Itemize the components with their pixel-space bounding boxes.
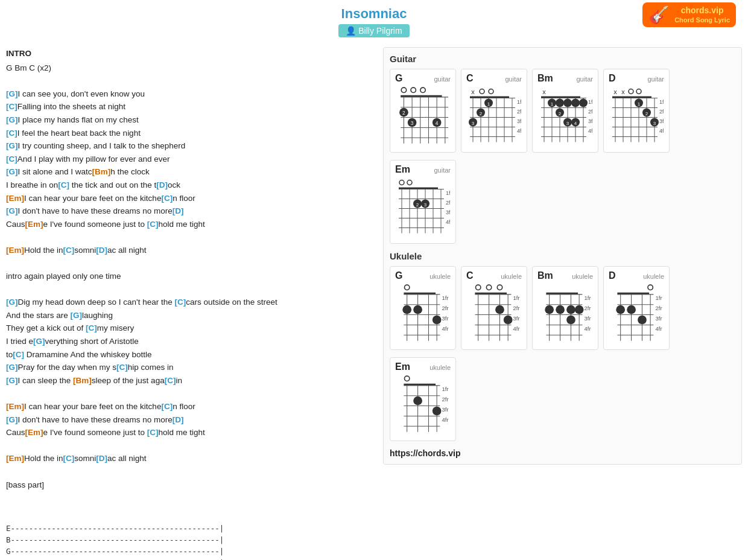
logo: 🎸 chords.vip Chord Song Lyric	[642, 2, 736, 27]
svg-text:3fr: 3fr	[659, 118, 664, 124]
ukulele-chord-row: G ukulele 1	[390, 266, 735, 350]
svg-text:2fr: 2fr	[517, 109, 521, 115]
person-icon: 👤	[346, 26, 358, 36]
svg-text:2fr: 2fr	[656, 305, 662, 311]
chorus1: [Em]Hold the in[C]somni[D]ac all night	[6, 244, 377, 257]
chord-diagram-D-guitar: D guitar x x	[603, 69, 670, 153]
guitar-chord-row: G guitar	[390, 69, 735, 153]
svg-text:1fr: 1fr	[442, 386, 449, 392]
svg-point-81	[629, 89, 633, 94]
svg-text:2: 2	[645, 111, 648, 116]
svg-point-183	[648, 285, 653, 290]
tab-line: E---------------------------------------…	[6, 523, 377, 535]
chords-url[interactable]: https://chords.vip	[390, 448, 735, 458]
svg-point-145	[475, 285, 480, 290]
list-item: [G]I can see you, don't even know you	[6, 88, 377, 101]
list-item: [C]And I play with my pillow for ever an…	[6, 153, 377, 166]
svg-text:x: x	[471, 88, 475, 95]
list-item: [C]I feel the heart beat back the night	[6, 127, 377, 140]
tab-line: D---------------------------------------…	[6, 558, 377, 560]
list-item: to[C] Dramamine And the whiskey bottle	[6, 348, 377, 361]
chord-grid-D-guitar: x x	[609, 86, 664, 147]
svg-text:3fr: 3fr	[517, 118, 521, 124]
svg-point-144	[433, 316, 442, 325]
song-title: Insomniac	[0, 6, 748, 22]
svg-text:1fr: 1fr	[656, 294, 662, 301]
list-item: I breathe in on[C] the tick and out on t…	[6, 179, 377, 192]
svg-text:1fr: 1fr	[588, 99, 592, 105]
chord-diagram-Bm-guitar: Bm guitar x	[532, 69, 598, 153]
svg-point-146	[486, 285, 491, 290]
intro-label: INTRO	[6, 47, 377, 60]
chord-name: C	[466, 73, 474, 84]
header: Insomniac 👤 Billy Pilgrim 🎸 chords.vip C…	[0, 0, 748, 41]
chord-grid-G-ukulele: 1fr 2fr 3fr 4fr	[396, 284, 450, 344]
chord-diagram-C-ukulele: C ukulele	[461, 266, 527, 350]
svg-text:3: 3	[653, 121, 656, 126]
svg-text:2: 2	[416, 202, 419, 208]
svg-text:2fr: 2fr	[446, 200, 450, 206]
svg-point-182	[566, 316, 575, 325]
svg-text:2: 2	[480, 111, 483, 116]
guitar-icon: 🎸	[648, 5, 670, 25]
list-item: I tried e[G]verything short of Aristotle	[6, 335, 377, 348]
svg-text:3fr: 3fr	[513, 315, 520, 322]
chord-diagram-Bm-ukulele: Bm ukulele 1fr	[532, 266, 598, 350]
lyrics-panel: INTRO G Bm C (x2) [G]I can see you, don'…	[6, 47, 377, 560]
guitar-section-title: Guitar	[390, 54, 735, 64]
chord-grid-C-ukulele: 1fr 2fr 3fr 4fr	[467, 284, 521, 344]
svg-point-1	[411, 88, 416, 92]
svg-point-201	[404, 376, 409, 381]
chord-type: ukulele	[501, 273, 522, 280]
svg-point-199	[627, 305, 636, 314]
svg-text:3fr: 3fr	[588, 118, 592, 124]
svg-text:1fr: 1fr	[442, 294, 449, 301]
svg-text:1fr: 1fr	[517, 99, 521, 105]
list-item: [G]Pray for the day when my s[C]hip come…	[6, 361, 377, 374]
chord-type: guitar	[434, 75, 451, 83]
chord-type: guitar	[434, 167, 451, 174]
svg-text:3: 3	[566, 121, 569, 126]
tab-line: G---------------------------------------…	[6, 546, 377, 558]
chord-name: Em	[395, 361, 410, 372]
svg-text:1fr: 1fr	[659, 99, 664, 105]
svg-text:x: x	[613, 88, 617, 95]
svg-text:1fr: 1fr	[446, 190, 450, 196]
svg-text:2fr: 2fr	[659, 109, 664, 115]
svg-point-105	[399, 180, 404, 185]
svg-text:4fr: 4fr	[588, 128, 592, 134]
svg-text:3: 3	[424, 202, 427, 208]
logo-sub: Chord Song Lyric	[674, 16, 730, 24]
list-item: [G]I don't have to have these dreams no …	[6, 413, 377, 427]
svg-text:2: 2	[559, 111, 562, 116]
svg-point-180	[566, 305, 575, 314]
svg-point-181	[575, 305, 584, 314]
svg-point-82	[636, 89, 641, 94]
chord-type: guitar	[576, 75, 593, 83]
svg-point-127	[404, 285, 409, 290]
svg-text:1fr: 1fr	[513, 294, 520, 301]
chord-type: ukulele	[572, 273, 593, 280]
svg-text:3: 3	[472, 121, 475, 126]
svg-text:4fr: 4fr	[517, 128, 521, 134]
chord-grid-D-ukulele: 1fr 2fr 3fr 4fr	[609, 284, 664, 344]
svg-text:2: 2	[402, 110, 405, 116]
list-item: Caus[Em]e I've found someone just to [C]…	[6, 426, 377, 439]
artist-badge: 👤 Billy Pilgrim	[338, 24, 409, 37]
logo-text: chords.vip Chord Song Lyric	[674, 5, 730, 24]
chord-name: Bm	[537, 73, 553, 84]
svg-text:4fr: 4fr	[442, 325, 449, 332]
svg-text:x: x	[542, 88, 546, 95]
chord-type: ukulele	[429, 273, 451, 280]
list-item: [Em]Hold the in[C]somni[D]ac all night	[6, 452, 377, 465]
svg-point-142	[413, 305, 422, 314]
chorus3: [Em]Hold the in[C]somni[D]ac all night	[6, 452, 377, 465]
svg-text:1: 1	[551, 101, 554, 107]
chord-diagram-Em-ukulele: Em ukulele	[390, 357, 456, 441]
svg-point-163	[495, 305, 504, 314]
chord-name: G	[395, 73, 402, 84]
guitar-em-row: Em guitar	[390, 160, 735, 244]
artist-name[interactable]: Billy Pilgrim	[358, 26, 402, 36]
chord-type: guitar	[647, 75, 664, 83]
svg-text:4fr: 4fr	[513, 325, 520, 332]
